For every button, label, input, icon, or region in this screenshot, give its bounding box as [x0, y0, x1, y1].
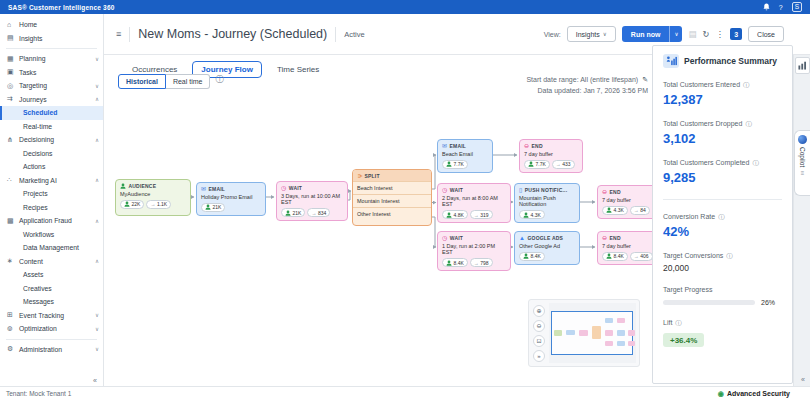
sidebar-item-journeys[interactable]: ⇉Journeys∧ [0, 93, 103, 107]
sidebar-item-targeting[interactable]: ◎Targeting∨ [0, 79, 103, 93]
node-title: 7 day buffer [602, 243, 652, 250]
flow-node-end-beach[interactable]: ⊖END7 day buffer7.7K→433 [519, 139, 583, 173]
sidebar-item-recipes[interactable]: Recipes [0, 201, 103, 215]
sidebar-item-marketing-ai[interactable]: ∴Marketing AI∧ [0, 174, 103, 188]
sidebar-item-event-tracking[interactable]: ⊞Event Tracking∨ [0, 309, 103, 323]
sidebar-item-real-time[interactable]: Real-time [0, 120, 103, 134]
sidebar-divider [6, 48, 97, 49]
sidebar-item-scheduled[interactable]: Scheduled [0, 106, 103, 120]
refresh-icon[interactable]: ↻ [702, 29, 709, 39]
sidebar-item-content[interactable]: ∗Content∧ [0, 255, 103, 269]
historical-toggle[interactable]: Historical [118, 74, 166, 89]
sidebar-item-label: Creatives [23, 285, 52, 292]
flow-node-email-beach[interactable]: ✉EMAILBeach Email7.7K [437, 139, 493, 173]
target-progress-percent: 26% [761, 299, 775, 306]
split-branch-mountain-interest[interactable]: Mountain Interest [353, 194, 431, 207]
close-button[interactable]: Close [748, 26, 784, 42]
tenant-label: Tenant: Mock Tenant 1 [6, 390, 71, 397]
sidebar-item-creatives[interactable]: Creatives [0, 282, 103, 296]
users-icon [523, 253, 529, 259]
sidebar-item-projects[interactable]: Projects [0, 187, 103, 201]
wait-icon: ◷ [442, 187, 447, 193]
run-now-button[interactable]: Run now ∨ [622, 26, 683, 42]
sidebar-item-data-management[interactable]: Data Management [0, 241, 103, 255]
node-badge-users: 8.4K [442, 258, 468, 267]
notification-badge[interactable]: 3 [730, 28, 742, 40]
minimap-map[interactable] [549, 303, 636, 363]
sidebar-item-decisioning[interactable]: ⋔Decisioning∧ [0, 133, 103, 147]
badge-value: 8.4K [454, 260, 464, 266]
sidebar-item-application-fraud[interactable]: ▩Application Fraud∧ [0, 214, 103, 228]
sidebar-item-assets[interactable]: Assets [0, 268, 103, 282]
sidebar-item-label: Messages [23, 298, 54, 305]
real-time-toggle[interactable]: Real time [166, 74, 211, 89]
node-badge-users: 7.7K [442, 160, 468, 169]
flow-node-split[interactable]: ⋔SPLITBeach InterestMountain InterestOth… [352, 169, 432, 226]
run-now-label: Run now [622, 26, 670, 42]
sidebar-item-home[interactable]: ⌂Home [0, 18, 103, 32]
help-icon[interactable]: ? [779, 4, 783, 11]
sidebar-item-insights[interactable]: ▤Insights [0, 32, 103, 46]
avatar[interactable]: S [792, 2, 802, 12]
start-date-range: Start date range: All (entire lifespan) [526, 76, 638, 83]
node-type-label: WAIT [450, 235, 463, 241]
flow-node-wait-2day[interactable]: ◷WAIT2 Days, run at 8:00 AM EST4.8K→319 [437, 183, 511, 223]
target-progress-label: Target Progress [663, 286, 782, 293]
badge-value: 1.1K [157, 201, 167, 207]
flow-node-email-holiday[interactable]: ✉EMAILHoliday Promo Email21K [196, 182, 266, 216]
node-badge-flow: →319 [470, 210, 493, 219]
performance-panel-tab[interactable] [795, 57, 810, 74]
node-type-label: END [610, 189, 621, 195]
collapse-sidebar-icon[interactable]: « [93, 377, 97, 384]
wait-icon: ◷ [442, 235, 447, 241]
flow-node-googleads[interactable]: ▲GOOGLE ADSOther Google Ad8.4K [514, 231, 580, 265]
metric-value: 12,387 [663, 92, 782, 107]
sidebar-item-messages[interactable]: Messages [0, 295, 103, 309]
flow-node-audience[interactable]: AUDIENCEMyAudience22K→1.1K [115, 179, 191, 216]
metric-label: Conversion Rateⓘ [663, 213, 782, 222]
sidebar-item-optimization[interactable]: ⊚Optimization∨ [0, 322, 103, 336]
flow-node-end-mountain[interactable]: ⊖END7 day buffer4.3K→84 [597, 185, 657, 219]
flow-arrow-icon: → [634, 207, 639, 213]
split-branch-beach-interest[interactable]: Beach Interest [353, 181, 431, 194]
zoom-out-icon[interactable]: ⊖ [533, 320, 545, 332]
sidebar-item-actions[interactable]: Actions [0, 160, 103, 174]
flow-node-wait-1day[interactable]: ◷WAIT1 Day, run at 2:00 PM EST8.4K→798 [437, 231, 511, 271]
kebab-menu-icon[interactable]: ⋮ [716, 29, 725, 39]
flow-node-wait-3day[interactable]: ◷WAIT3 Days, run at 10:00 AM EST21K→834 [276, 181, 348, 221]
split-branch-other-interest[interactable]: Other Interest [353, 207, 431, 220]
journey-flow-canvas[interactable]: AUDIENCEMyAudience22K→1.1K✉EMAILHoliday … [108, 115, 652, 386]
sidebar-item-label: Recipes [23, 204, 48, 211]
expand-minimap-icon[interactable]: » [533, 350, 545, 362]
flow-node-end-other[interactable]: ⊖END7 day buffer8.4K→406 [597, 231, 657, 265]
copilot-tab[interactable]: Copilot ≡ [794, 130, 810, 196]
chevron-down-icon: ∨ [95, 326, 99, 332]
node-title: Other Google Ad [519, 243, 575, 250]
collapse-panel-icon[interactable]: « [801, 376, 805, 383]
node-title: 3 Days, run at 10:00 AM EST [281, 193, 343, 206]
edit-icon[interactable]: ✎ [642, 76, 648, 83]
sidebar-item-planning[interactable]: ▦Planning∨ [0, 52, 103, 66]
sidebar-item-label: Insights [19, 35, 42, 42]
node-title: Mountain Push Notification [519, 195, 575, 208]
sidebar-item-tasks[interactable]: ▣Tasks [0, 66, 103, 80]
info-icon: ⓘ [752, 159, 759, 166]
zoom-in-icon[interactable]: ⊕ [533, 305, 545, 317]
node-badge-users: 22K [120, 200, 144, 209]
targeting-icon: ◎ [7, 82, 19, 90]
node-title: 2 Days, run at 8:00 AM EST [442, 195, 506, 208]
sidebar-item-administration[interactable]: ⚙Administration∨ [0, 343, 103, 357]
flow-node-push-mountain[interactable]: ▯PUSH NOTIFIC...Mountain Push Notificati… [514, 183, 580, 223]
run-options-chevron[interactable]: ∨ [669, 26, 682, 42]
sidebar-item-workflows[interactable]: Workflows [0, 228, 103, 242]
info-icon[interactable]: ⓘ [215, 74, 223, 85]
sidebar: ⌂Home▤Insights▦Planning∨▣Tasks◎Targeting… [0, 14, 104, 386]
sidebar-item-decisions[interactable]: Decisions [0, 147, 103, 161]
security-status-icon: ◉ [718, 390, 724, 398]
performance-summary-icon [663, 54, 679, 68]
bell-icon[interactable] [763, 3, 770, 12]
zoom-fit-icon[interactable]: ⊡ [533, 335, 545, 347]
view-select[interactable]: Insights ∨ [567, 26, 616, 42]
journey-list-icon[interactable]: ≡ [116, 29, 121, 39]
sidebar-item-label: Scheduled [23, 109, 57, 116]
